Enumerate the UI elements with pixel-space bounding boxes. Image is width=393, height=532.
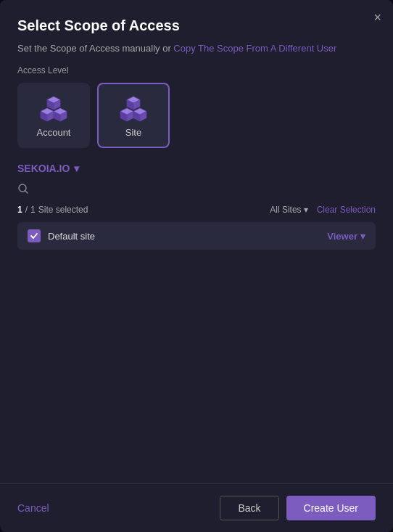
summary-right: All Sites ▾ Clear Selection bbox=[270, 205, 376, 215]
sites-count: 1 / 1 Site selected bbox=[17, 205, 88, 215]
modal-footer: Cancel Back Create User bbox=[0, 483, 393, 532]
create-user-button[interactable]: Create User bbox=[286, 496, 376, 520]
site-row-left: Default site bbox=[28, 229, 95, 242]
sites-summary: 1 / 1 Site selected All Sites ▾ Clear Se… bbox=[17, 205, 376, 215]
sites-selected-label: Site selected bbox=[38, 205, 88, 215]
modal-overlay: × Select Scope of Access Set the Scope o… bbox=[0, 0, 393, 532]
modal-body: SEKOIA.IO ▾ 1 / 1 Site s bbox=[0, 163, 393, 483]
account-card-label: Account bbox=[37, 127, 71, 138]
modal-subtitle: Set the Scope of Access manually or Copy… bbox=[17, 43, 376, 54]
search-icon bbox=[17, 183, 29, 197]
checkmark-icon bbox=[30, 232, 38, 240]
close-button[interactable]: × bbox=[373, 10, 381, 25]
all-sites-chevron-icon: ▾ bbox=[304, 205, 308, 215]
all-sites-button[interactable]: All Sites ▾ bbox=[270, 205, 307, 215]
site-row: Default site Viewer ▾ bbox=[17, 222, 376, 250]
role-label: Viewer bbox=[327, 231, 357, 242]
modal: × Select Scope of Access Set the Scope o… bbox=[0, 0, 393, 532]
subtitle-static-text: Set the Scope of Access manually or bbox=[17, 43, 171, 54]
back-button[interactable]: Back bbox=[220, 496, 278, 520]
access-cards: Account bbox=[17, 83, 376, 148]
org-chevron-icon: ▾ bbox=[74, 163, 79, 174]
access-level-label: Access Level bbox=[17, 65, 376, 75]
site-name: Default site bbox=[48, 231, 95, 242]
role-chevron-icon: ▾ bbox=[360, 231, 365, 242]
org-selector[interactable]: SEKOIA.IO ▾ bbox=[17, 163, 376, 174]
search-row bbox=[17, 183, 376, 197]
sites-selected-count: 1 bbox=[17, 205, 22, 215]
search-input[interactable] bbox=[33, 185, 376, 196]
access-card-account[interactable]: Account bbox=[17, 83, 90, 148]
site-icon bbox=[119, 94, 148, 123]
modal-header: Select Scope of Access Set the Scope of … bbox=[0, 0, 393, 163]
account-icon bbox=[39, 94, 68, 123]
sites-total: 1 bbox=[30, 205, 36, 215]
clear-selection-button[interactable]: Clear Selection bbox=[317, 205, 376, 215]
org-name: SEKOIA.IO bbox=[17, 163, 70, 174]
site-card-label: Site bbox=[125, 127, 141, 138]
modal-title: Select Scope of Access bbox=[17, 17, 376, 34]
site-checkbox[interactable] bbox=[28, 229, 41, 242]
role-selector-button[interactable]: Viewer ▾ bbox=[327, 231, 365, 242]
footer-right: Back Create User bbox=[220, 496, 376, 520]
cancel-button[interactable]: Cancel bbox=[17, 502, 49, 514]
sites-separator: / bbox=[25, 205, 28, 215]
copy-scope-link[interactable]: Copy The Scope From A Different User bbox=[173, 43, 336, 54]
all-sites-label: All Sites bbox=[270, 205, 301, 215]
svg-line-25 bbox=[25, 191, 28, 194]
access-card-site[interactable]: Site bbox=[97, 83, 170, 148]
